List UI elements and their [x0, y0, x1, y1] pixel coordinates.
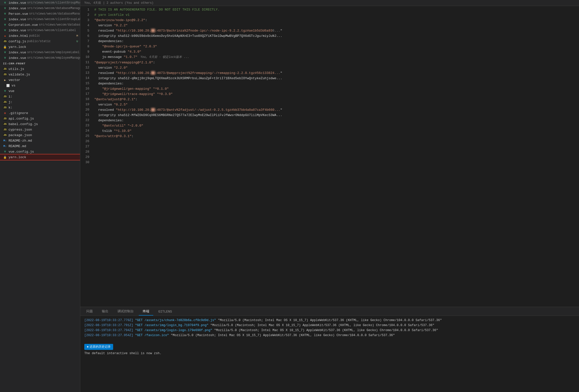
sidebar-item-cypress-json[interactable]: JS cypress.json	[0, 127, 80, 132]
file-label: i:	[9, 95, 13, 99]
sidebar-item-babel-config[interactable]: JS babel.config.js	[0, 121, 80, 127]
lock-icon: 🔒	[3, 45, 7, 49]
sidebar-item-vue-config-js[interactable]: V vue.config.js	[0, 149, 80, 154]
file-label: README-zh.md	[9, 139, 32, 143]
sidebar-item-corporation-vue[interactable]: V Corporation.vue src/views/wecom/databa…	[0, 22, 80, 28]
sidebar-item-index-html[interactable]: ◈ index.html public M	[0, 33, 80, 39]
file-label: cypress.json	[9, 128, 32, 132]
code-line-25: integrity sha512-MfWZOkD9CqXRES6MBGRNe27…	[92, 113, 579, 118]
terminal-line-4: [2022-08-19T10:33:27.954Z] "GET /favicon…	[84, 333, 575, 338]
js-icon: JS	[3, 100, 7, 104]
vue-icon: V	[3, 89, 7, 93]
sidebar-item-index-vue-6[interactable]: V index.vue src/views/wecom/employeeMana…	[0, 55, 80, 61]
tab-debug[interactable]: 调试控制台	[113, 308, 138, 316]
sidebar-item-api-config[interactable]: JS api.config.js	[0, 116, 80, 121]
yarn-lock-label: yarn.lock	[9, 155, 26, 159]
panel-tabs: 问题 输出 调试控制台 终端 GITLENS	[80, 307, 579, 316]
code-line-8: integrity sha512-b90U39dx0cU6emsOvy5hxU4…	[92, 33, 579, 39]
vue-icon: V	[3, 1, 7, 5]
html-icon: ◈	[3, 34, 7, 38]
code-line-22: "@antv/adjust@^0.2.1":	[92, 97, 579, 102]
terminal-line-2: [2022-08-19T10:33:27.791Z] "GET /assets/…	[84, 323, 575, 328]
file-label: vector	[9, 78, 20, 82]
sidebar-item-index-vue-2[interactable]: V index.vue src/views/wecom/databaseMana…	[0, 6, 80, 11]
file-label: index.html	[9, 34, 28, 38]
sidebar-item-index-vue-4[interactable]: V index.vue src/views/wecom/clientLabel	[0, 28, 80, 33]
git-icon: ⊙	[3, 111, 7, 115]
git-blame-bar: You, 4天前 | 2 authors (You and others)	[80, 0, 579, 6]
code-line-30: "@antv/attr@^0.3.1":	[92, 134, 579, 139]
file-label: README.md	[9, 144, 26, 148]
tab-terminal[interactable]: 终端	[139, 308, 153, 316]
sidebar-item-config-js[interactable]: JS config.js public/static U	[0, 39, 80, 44]
file-label: index.vue	[9, 51, 26, 54]
vue-icon: V	[3, 12, 7, 16]
tab-problems[interactable]: 问题	[82, 308, 97, 316]
sidebar-item-vector-folder[interactable]: ▶ vector	[0, 77, 80, 83]
sidebar-item-validate-js[interactable]: JS validate.js	[0, 72, 80, 77]
file-label: index.vue	[9, 18, 26, 21]
sidebar-item-index-vue-3[interactable]: V index.vue src/views/wecom/clientGroupL…	[0, 17, 80, 22]
vue-icon: V	[3, 17, 7, 21]
code-line-27: "@antv/util" "~2.0.0"	[92, 123, 579, 128]
tab-output[interactable]: 输出	[98, 308, 112, 316]
file-label: Corporation.vue	[9, 23, 38, 27]
js-icon: JS	[3, 122, 7, 126]
code-line-20: "@jridgewell/trace-mapping" "^0.3.9"	[92, 91, 579, 97]
file-label: vue	[9, 89, 14, 93]
sidebar-item-js-1[interactable]: JS i:	[0, 94, 80, 99]
sidebar-item-yarn-lock-top[interactable]: 🔒 yarn.lock	[0, 44, 80, 50]
md-icon: M↓	[3, 144, 7, 148]
sidebar-item-vue-file[interactable]: V vue	[0, 88, 80, 94]
file-label: validate.js	[9, 73, 30, 76]
file-path: public/static	[27, 40, 51, 43]
lock-icon: 🔒	[3, 155, 7, 159]
file-path: src/views/wecom/employeeManage	[27, 56, 80, 60]
code-line-12: js-message "1.0.7"You, 6天前 · 锁定lock版本 ..…	[92, 54, 579, 60]
file-path: src/views/wecom/clientGroupLabel	[27, 18, 80, 21]
sidebar-item-js-2[interactable]: JS j:	[0, 99, 80, 105]
file-path: src/views/wecom/databaseManage	[27, 7, 80, 10]
code-line-24: resolved "http://10.100.20.██:4873/@antv…	[92, 107, 579, 113]
sidebar-item-person-vue[interactable]: V Person.vue src/views/wecom/databaseMan…	[0, 11, 80, 17]
code-line-23: version "0.2.5"	[92, 102, 579, 107]
file-path: public	[29, 34, 40, 38]
code-content: # THIS IS AN AUTOGENERATED FILE. DO NOT …	[92, 6, 579, 307]
sidebar-item-package-json[interactable]: JS package.json	[0, 132, 80, 138]
sidebar-item-readme-zh[interactable]: M↓ README-zh.md	[0, 138, 80, 143]
file-label: package.json	[9, 133, 32, 137]
tab-gitlens[interactable]: GITLENS	[154, 308, 176, 316]
sidebar-item-index-vue-5[interactable]: V index.vue src/views/wecom/employeeLabe…	[0, 50, 80, 55]
terminal-line-bottom: The default interactive shell is now zsh…	[84, 351, 575, 356]
terminal-line-1: [2022-08-19T10:33:27.770Z] "GET /assets/…	[84, 318, 575, 323]
sidebar-item-vs[interactable]: ⬜ vs	[0, 83, 80, 88]
restore-history-button[interactable]: 还原的历史记录	[84, 344, 113, 350]
terminal-output[interactable]: [2022-08-19T10:33:27.770Z] "GET /assets/…	[80, 316, 579, 392]
sidebar-item-yarn-lock-bottom[interactable]: 🔒 yarn.lock	[0, 154, 80, 160]
code-line-26: dependencies:	[92, 118, 579, 123]
vue-icon: V	[3, 28, 7, 32]
code-line-17: integrity sha512-qRmjj8nj9qmLTQXXmaR1cck…	[92, 76, 579, 81]
sidebar-item-utils-js[interactable]: JS utils.js	[0, 66, 80, 72]
file-label: api.config.js	[9, 117, 34, 121]
sidebar-item-gitignore[interactable]: ⊙ .gitignore	[0, 110, 80, 116]
code-line-14: "@ampproject/remapping@^2.1.0":	[92, 60, 579, 65]
file-path: src/views/wecom/clientGroupMsg	[27, 1, 80, 5]
code-line-7: resolved "http://10.100.20.██:4873/@achr…	[92, 28, 579, 33]
code-line-2: # yarn lockfile v1	[92, 12, 579, 18]
file-label: Person.vue	[9, 12, 28, 16]
js-icon: JS	[3, 133, 7, 137]
file-label: index.vue	[9, 1, 26, 5]
vue-icon: V	[3, 6, 7, 10]
sidebar-item-js-3[interactable]: JS k:	[0, 105, 80, 110]
js-icon: JS	[3, 128, 7, 132]
file-label: .gitignore	[9, 111, 28, 115]
sidebar-item-index-vue-1[interactable]: V index.vue src/views/wecom/clientGroupM…	[0, 0, 80, 6]
code-area[interactable]: 12345 678910 1112131415 1617181920 21222…	[80, 6, 579, 307]
sidebar-item-readme[interactable]: M↓ README.md	[0, 143, 80, 149]
file-label: utils.js	[9, 67, 24, 71]
file-label: index.vue	[9, 7, 26, 10]
vue-icon: V	[3, 50, 7, 54]
code-line-10: "@node-ipc/js-queue" "2.0.3"	[92, 44, 579, 49]
editor: You, 4天前 | 2 authors (You and others) 12…	[80, 0, 579, 307]
